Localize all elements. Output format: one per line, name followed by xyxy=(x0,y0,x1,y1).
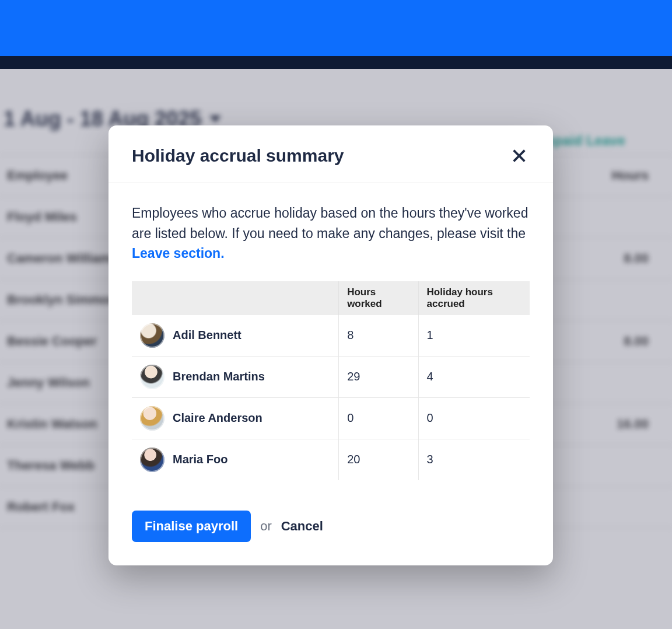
or-text: or xyxy=(260,519,272,534)
accrual-row: Claire Anderson 0 0 xyxy=(132,397,530,439)
hours-worked-cell: 8 xyxy=(339,315,418,357)
top-banner xyxy=(0,0,672,56)
col-hours-worked: Hours worked xyxy=(339,281,418,315)
modal-header: Holiday accrual summary xyxy=(108,125,553,183)
accrual-table: Hours worked Holiday hours accrued Adil … xyxy=(132,281,530,480)
employee-name: Maria Foo xyxy=(173,453,228,466)
holiday-accrued-cell: 1 xyxy=(418,315,530,357)
holiday-accrued-cell: 3 xyxy=(418,439,530,480)
col-holiday-accrued: Holiday hours accrued xyxy=(418,281,530,315)
modal-description-text: Employees who accrue holiday based on th… xyxy=(132,205,528,241)
hours-worked-cell: 29 xyxy=(339,356,418,397)
hours-worked-cell: 20 xyxy=(339,439,418,480)
close-icon xyxy=(511,148,527,164)
holiday-accrued-cell: 4 xyxy=(418,356,530,397)
close-button[interactable] xyxy=(509,145,530,166)
leave-section-link[interactable]: Leave section. xyxy=(132,246,225,261)
accrual-row: Adil Bennett 8 1 xyxy=(132,315,530,357)
cancel-link[interactable]: Cancel xyxy=(281,519,323,534)
holiday-accrual-modal: Holiday accrual summary Employees who ac… xyxy=(108,125,553,565)
col-employee-blank xyxy=(132,281,339,315)
employee-name: Adil Bennett xyxy=(173,329,242,342)
employee-name: Claire Anderson xyxy=(173,411,262,425)
finalise-payroll-button[interactable]: Finalise payroll xyxy=(132,511,251,542)
employee-name: Brendan Martins xyxy=(173,370,265,383)
avatar xyxy=(140,323,164,348)
avatar xyxy=(140,365,164,389)
nav-strip xyxy=(0,56,672,69)
accrual-row: Brendan Martins 29 4 xyxy=(132,356,530,397)
avatar xyxy=(140,448,164,472)
modal-description: Employees who accrue holiday based on th… xyxy=(132,203,530,264)
hours-worked-cell: 0 xyxy=(339,397,418,439)
holiday-accrued-cell: 0 xyxy=(418,397,530,439)
accrual-row: Maria Foo 20 3 xyxy=(132,439,530,480)
modal-footer: Finalise payroll or Cancel xyxy=(108,486,553,565)
avatar xyxy=(140,406,164,431)
modal-body: Employees who accrue holiday based on th… xyxy=(108,183,553,486)
modal-title: Holiday accrual summary xyxy=(132,146,344,166)
